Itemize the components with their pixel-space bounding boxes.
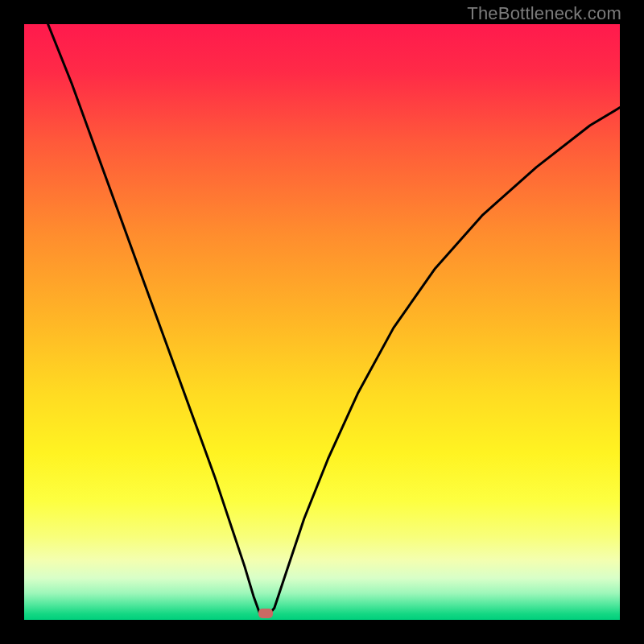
minimum-marker xyxy=(258,609,273,618)
attribution-text: TheBottleneck.com xyxy=(467,3,621,24)
plot-area xyxy=(24,24,620,620)
bottleneck-curve xyxy=(24,24,620,620)
chart-frame: TheBottleneck.com xyxy=(0,0,644,644)
